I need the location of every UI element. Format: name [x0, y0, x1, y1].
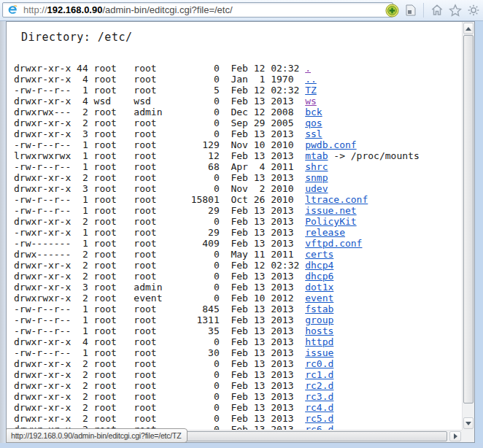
file-meta: lrwxrwxrwx 1 root root 12 Feb 13 2013	[14, 150, 305, 161]
file-meta: drwxr-xr-x 2 root root 0 Feb 13 2013	[14, 358, 305, 369]
file-meta: -rw-r--r-- 1 root root 845 Feb 13 2013	[14, 304, 305, 314]
scroll-down-icon	[465, 422, 471, 425]
favorites-star-icon[interactable]	[448, 3, 462, 18]
file-link[interactable]: dhcp4	[305, 260, 333, 271]
file-row: -rw-r--r-- 1 root root 1311 Feb 13 2013 …	[14, 314, 462, 325]
url-path: /admin-bin/editcgi.cgi?file=/etc/	[102, 4, 232, 15]
file-meta: -rwxr-xr-x 1 root root 29 Feb 13 2013	[14, 227, 305, 238]
file-row: -rw-r--r-- 1 root root 5 Feb 12 02:32 TZ	[14, 85, 462, 96]
file-link[interactable]: .	[305, 63, 311, 74]
vertical-scrollbar[interactable]	[462, 22, 474, 430]
file-link[interactable]: shrc	[305, 161, 328, 172]
address-bar[interactable]: http://192.168.0.90/admin-bin/editcgi.cg…	[2, 2, 393, 18]
url-scheme: http://	[23, 4, 47, 15]
file-link[interactable]: rc3.d	[305, 391, 333, 402]
file-row: drwxr-xr-x 2 root root 0 Feb 13 2013 rc2…	[14, 380, 462, 391]
symlink-target: -> /proc/mounts	[328, 150, 419, 161]
file-meta: drwxr-xr-x 2 root root 0 Feb 13 2013	[14, 402, 305, 413]
tools-gear-icon[interactable]	[466, 3, 480, 18]
file-meta: drwxr-xr-x 4 root root 0 Feb 13 2013	[14, 336, 305, 347]
file-link[interactable]: udev	[305, 183, 328, 194]
file-link[interactable]: issue	[305, 347, 333, 358]
window-frame-left	[0, 21, 6, 448]
file-link[interactable]: qos	[305, 117, 322, 128]
file-link[interactable]: ltrace.conf	[305, 194, 368, 205]
scroll-down-button[interactable]	[463, 417, 474, 429]
file-link[interactable]: rc6.d	[305, 424, 333, 430]
file-row: drwxr-xr-x 3 root root 0 Nov 2 2010 udev	[14, 183, 462, 194]
file-row: -rw-r--r-- 1 root root 68 Apr 4 2011 shr…	[14, 161, 462, 172]
file-meta: drwxr-xr-x 3 root root 0 Nov 2 2010	[14, 183, 305, 194]
file-row: -rw-r--r-- 1 root root 30 Feb 13 2013 is…	[14, 347, 462, 358]
scroll-right-button[interactable]	[449, 431, 461, 441]
file-link[interactable]: PolicyKit	[305, 216, 356, 227]
file-meta: drwxrwx--- 2 root admin 0 Dec 12 2008	[14, 107, 305, 117]
file-link[interactable]: pwdb.conf	[305, 139, 356, 150]
file-meta: drwxr-xr-x 2 root root 0 Feb 13 2013	[14, 216, 305, 227]
file-link[interactable]: ws	[305, 96, 317, 107]
file-link[interactable]: rc4.d	[305, 402, 333, 413]
file-link[interactable]: snmp	[305, 172, 328, 183]
window-frame-bottom	[0, 443, 483, 448]
file-meta: drwxr-xr-x 2 root root 0 Feb 12 02:32	[14, 260, 305, 271]
file-row: drwxr-xr-x 4 root root 0 Feb 13 2013 htt…	[14, 336, 462, 347]
vertical-scroll-thumb[interactable]	[463, 35, 474, 403]
file-link[interactable]: certs	[305, 249, 333, 260]
file-meta: -rw-r--r-- 1 root root 5 Feb 12 02:32	[14, 85, 305, 96]
file-row: drwxr-xr-x 2 root root 0 Feb 13 2013 rc5…	[14, 413, 462, 424]
file-row: drwxrwx--- 2 root admin 0 Dec 12 2008 bc…	[14, 107, 462, 117]
file-link[interactable]: fstab	[305, 304, 333, 314]
file-meta: -rw-r--r-- 1 root root 15801 Oct 26 2010	[14, 194, 305, 205]
file-link[interactable]: httpd	[305, 336, 333, 347]
file-row: drwxr-xr-x 2 root root 0 Feb 13 2013 dhc…	[14, 271, 462, 282]
file-link[interactable]: issue.net	[305, 205, 356, 216]
file-meta: drwxr-xr-x 2 root root 0 Feb 13 2013	[14, 172, 305, 183]
file-meta: drwxr-xr-x 4 root root 0 Jan 1 1970	[14, 74, 305, 85]
file-link[interactable]: event	[305, 293, 333, 304]
file-row: -rwxr-xr-x 1 root root 29 Feb 13 2013 re…	[14, 227, 462, 238]
file-link[interactable]: bck	[305, 107, 322, 117]
scroll-up-icon	[465, 27, 471, 31]
toolbar-separator	[423, 3, 424, 18]
file-link[interactable]: rc1.d	[305, 369, 333, 380]
file-row: drwxr-xr-x 2 root root 0 Feb 13 2013 rc1…	[14, 369, 462, 380]
browser-toolbar: http://192.168.0.90/admin-bin/editcgi.cg…	[0, 0, 483, 21]
file-row: -rw-r--r-- 1 root root 129 Nov 10 2010 p…	[14, 139, 462, 150]
file-row: -rw-r--r-- 1 root root 35 Feb 13 2013 ho…	[14, 325, 462, 336]
scrollbar-corner	[462, 430, 474, 442]
file-row: drwxr-xr-x 2 root root 0 Feb 13 2013 snm…	[14, 172, 462, 183]
file-link[interactable]: rc5.d	[305, 413, 333, 424]
file-link[interactable]: TZ	[305, 85, 317, 96]
scroll-up-button[interactable]	[463, 23, 474, 34]
file-meta: drwxr-xr-x 2 root root 0 Feb 13 2013	[14, 413, 305, 424]
file-row: drwxr-xr-x 4 root root 0 Jan 1 1970 ..	[14, 74, 462, 85]
file-link[interactable]: dot1x	[305, 282, 333, 293]
ie-logo-icon	[6, 3, 20, 18]
url-text: http://192.168.0.90/admin-bin/editcgi.cg…	[23, 4, 233, 15]
file-row: drwxrwxr-x 2 root event 0 Feb 10 2012 ev…	[14, 293, 462, 304]
file-meta: -rw-r--r-- 1 root root 35 Feb 13 2013	[14, 325, 305, 336]
file-link[interactable]: rc2.d	[305, 380, 333, 391]
file-meta: -rw-r--r-- 1 root root 1311 Feb 13 2013	[14, 314, 305, 325]
file-link[interactable]: ..	[305, 74, 317, 85]
file-meta: drwxr-xr-x 2 root root 0 Feb 13 2013	[14, 391, 305, 402]
file-row: drwxr-xr-x 2 root root 0 Feb 13 2013 rc3…	[14, 391, 462, 402]
file-link[interactable]: dhcp6	[305, 271, 333, 282]
file-link[interactable]: ssl	[305, 128, 322, 139]
file-link[interactable]: vftpd.conf	[305, 238, 362, 249]
file-link[interactable]: hosts	[305, 325, 333, 336]
file-row: lrwxrwxrwx 1 root root 12 Feb 13 2013 mt…	[14, 150, 462, 161]
home-icon[interactable]	[430, 3, 444, 18]
page-viewport: Directory: /etc/ drwxr-xr-x 44 root root…	[6, 21, 475, 443]
compatibility-view-icon[interactable]	[403, 3, 417, 18]
file-link[interactable]: release	[305, 227, 345, 238]
file-row: drwxr-xr-x 3 root root 0 Feb 13 2013 ssl	[14, 128, 462, 139]
addon-plus-icon[interactable]	[385, 3, 399, 18]
file-row: drwx------ 2 root root 0 May 11 2011 cer…	[14, 249, 462, 260]
file-link[interactable]: group	[305, 314, 333, 325]
file-link[interactable]: rc0.d	[305, 358, 333, 369]
status-tooltip: http://192.168.0.90/admin-bin/editcgi.cg…	[6, 428, 188, 443]
file-link[interactable]: mtab	[305, 150, 328, 161]
toolbar-button-group	[385, 0, 482, 20]
file-meta: drwxr-xr-x 3 root root 0 Feb 13 2013	[14, 128, 305, 139]
